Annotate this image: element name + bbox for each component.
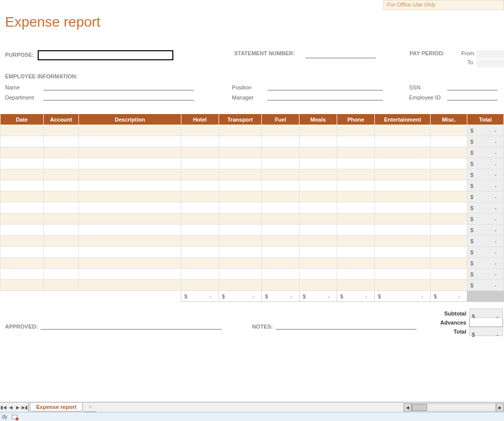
table-cell[interactable] <box>181 269 219 280</box>
table-cell[interactable]: $- <box>467 214 504 225</box>
table-cell[interactable] <box>375 191 431 202</box>
notes-input[interactable] <box>276 322 417 330</box>
tab-nav-prev-icon[interactable]: ◀ <box>7 403 14 412</box>
table-cell[interactable] <box>431 202 467 214</box>
table-cell[interactable] <box>43 191 79 202</box>
column-header[interactable]: Phone <box>337 114 375 125</box>
table-cell[interactable]: $- <box>467 169 504 180</box>
table-cell[interactable]: $- <box>467 202 504 214</box>
table-cell[interactable] <box>337 247 375 258</box>
table-cell[interactable] <box>337 236 375 247</box>
table-cell[interactable] <box>43 169 79 180</box>
tab-nav-next-icon[interactable]: ▶ <box>14 403 21 412</box>
table-cell[interactable] <box>262 136 299 147</box>
table-cell[interactable] <box>1 280 44 291</box>
department-input[interactable] <box>43 92 194 100</box>
table-cell[interactable] <box>1 180 44 191</box>
ssn-input[interactable] <box>447 82 497 90</box>
table-cell[interactable] <box>431 269 467 280</box>
table-cell[interactable] <box>375 180 431 191</box>
subtotal-value[interactable]: $- <box>470 309 503 318</box>
table-cell[interactable] <box>1 269 44 280</box>
table-cell[interactable] <box>181 280 219 291</box>
table-cell[interactable] <box>1 125 44 136</box>
table-cell[interactable] <box>79 180 181 191</box>
table-cell[interactable] <box>219 236 262 247</box>
table-cell[interactable] <box>299 225 337 236</box>
column-header[interactable]: Meals <box>299 114 337 125</box>
table-cell[interactable] <box>181 225 219 236</box>
table-cell[interactable] <box>1 147 44 158</box>
scroll-thumb[interactable] <box>412 404 427 411</box>
table-cell[interactable] <box>219 147 262 158</box>
table-cell[interactable] <box>262 269 299 280</box>
table-cell[interactable] <box>431 158 467 169</box>
table-cell[interactable] <box>181 136 219 147</box>
table-cell[interactable] <box>1 191 44 202</box>
table-cell[interactable] <box>375 136 431 147</box>
table-cell[interactable] <box>79 169 181 180</box>
table-cell[interactable] <box>1 169 44 180</box>
table-cell[interactable] <box>1 236 44 247</box>
table-cell[interactable] <box>262 147 299 158</box>
table-cell[interactable] <box>431 136 467 147</box>
table-cell[interactable] <box>337 147 375 158</box>
tab-nav-last-icon[interactable]: ▶▮ <box>21 403 28 412</box>
table-cell[interactable] <box>431 236 467 247</box>
macro-record-icon[interactable] <box>12 413 19 420</box>
table-cell[interactable] <box>79 225 181 236</box>
table-cell[interactable] <box>299 180 337 191</box>
table-cell[interactable] <box>299 136 337 147</box>
table-cell[interactable] <box>375 258 431 269</box>
column-sum-cell[interactable]: $- <box>219 291 262 302</box>
statement-number-input[interactable] <box>306 50 376 58</box>
table-cell[interactable] <box>375 125 431 136</box>
column-header[interactable]: Misc. <box>431 114 467 125</box>
pay-period-to-input[interactable] <box>476 59 504 67</box>
table-cell[interactable] <box>262 225 299 236</box>
table-cell[interactable] <box>262 202 299 214</box>
table-cell[interactable] <box>219 225 262 236</box>
table-cell[interactable] <box>299 169 337 180</box>
name-input[interactable] <box>43 82 194 90</box>
table-cell[interactable] <box>299 147 337 158</box>
table-cell[interactable] <box>262 236 299 247</box>
tab-nav-first-icon[interactable]: ▮◀ <box>0 403 7 412</box>
column-sum-cell[interactable]: $- <box>375 291 431 302</box>
table-cell[interactable] <box>375 214 431 225</box>
table-cell[interactable] <box>299 202 337 214</box>
table-cell[interactable]: $- <box>467 247 504 258</box>
table-cell[interactable]: $- <box>467 225 504 236</box>
column-header[interactable]: Entertainment <box>375 114 431 125</box>
column-sum-cell[interactable]: $- <box>181 291 219 302</box>
table-cell[interactable] <box>181 258 219 269</box>
table-cell[interactable] <box>299 247 337 258</box>
table-cell[interactable] <box>299 258 337 269</box>
table-cell[interactable] <box>375 269 431 280</box>
table-cell[interactable] <box>1 214 44 225</box>
column-sum-cell[interactable] <box>467 291 504 302</box>
horizontal-scrollbar[interactable]: ◀ ▶ <box>404 403 504 412</box>
table-cell[interactable]: $- <box>467 280 504 291</box>
table-cell[interactable] <box>219 247 262 258</box>
table-cell[interactable] <box>1 136 44 147</box>
table-cell[interactable] <box>79 214 181 225</box>
table-cell[interactable] <box>181 158 219 169</box>
table-cell[interactable] <box>43 225 79 236</box>
table-cell[interactable] <box>219 258 262 269</box>
column-header[interactable]: Hotel <box>181 114 219 125</box>
scroll-right-icon[interactable]: ▶ <box>496 403 504 411</box>
table-cell[interactable] <box>79 158 181 169</box>
column-header[interactable]: Account <box>43 114 79 125</box>
position-input[interactable] <box>267 82 383 90</box>
table-cell[interactable] <box>431 147 467 158</box>
table-cell[interactable] <box>43 214 79 225</box>
column-header[interactable]: Total <box>467 114 504 125</box>
table-cell[interactable] <box>375 225 431 236</box>
table-cell[interactable] <box>79 125 181 136</box>
column-header[interactable]: Description <box>79 114 181 125</box>
table-cell[interactable] <box>181 202 219 214</box>
table-cell[interactable]: $- <box>467 180 504 191</box>
table-cell[interactable] <box>337 225 375 236</box>
table-cell[interactable] <box>262 247 299 258</box>
